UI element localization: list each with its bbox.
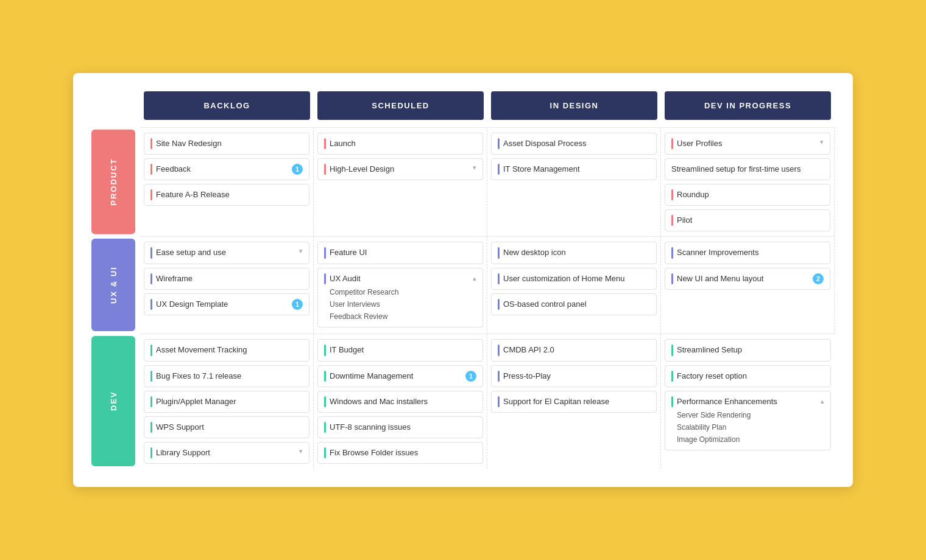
card[interactable]: OS-based control panel [491,293,657,315]
card-text: Downtime Management [330,371,462,382]
card[interactable]: Fix Browse Folder issues [317,442,483,464]
card-accent [324,396,326,407]
card-sub-item: Image Optimization [677,434,751,445]
card-text: Factory reset option [677,371,824,382]
card-accent [324,247,326,258]
col-header-backlog: BACKLOG [144,91,310,120]
card-text: CMDB API 2.0 [503,345,650,355]
card[interactable]: Library Support▾ [144,442,309,464]
card[interactable]: Wireframe [144,268,309,290]
card-accent [671,215,673,226]
card-text: Bug Fixes to 7.1 release [156,371,303,382]
col-header-devinprogress: DEV IN PROGRESS [665,91,831,120]
col-header-indesign: IN DESIGN [491,91,657,120]
card[interactable]: Launch [317,133,483,155]
card-accent [150,345,152,355]
board-container: BACKLOG SCHEDULED IN DESIGN DEV IN PROGR… [73,73,853,488]
card-accent [150,371,152,382]
card-text: New UI and Menu layout [677,273,809,284]
chevron-down-icon: ▾ [473,164,476,172]
card-accent [150,189,152,200]
card[interactable]: CMDB API 2.0 [491,339,657,361]
card[interactable]: IT Budget [317,339,483,361]
card-accent [324,422,326,433]
card[interactable]: Performance Enhancements▴Server Side Ren… [665,391,831,450]
chevron-up-icon: ▴ [821,397,824,405]
row-label-dev: DEV [91,336,135,466]
card-text: Roundup [677,189,824,200]
card[interactable]: New UI and Menu layout2 [665,268,830,290]
col-header-scheduled: SCHEDULED [317,91,484,120]
chevron-down-icon: ▾ [299,447,303,455]
card[interactable]: Roundup [665,184,830,206]
board-grid: BACKLOG SCHEDULED IN DESIGN DEV IN PROGR… [91,91,835,469]
cell-product-indesign: Asset Disposal ProcessIT Store Managemen… [487,127,661,237]
card-text: Scanner Improvements [677,247,824,258]
card[interactable]: Feedback1 [144,158,309,180]
card-accent [671,371,673,382]
card-text: Wireframe [156,273,303,284]
card-text: Ease setup and use [156,247,295,258]
card-accent [150,247,152,258]
cell-dev-scheduled: IT BudgetDowntime Management1Windows and… [314,334,487,469]
card-accent [498,371,500,382]
card[interactable]: High-Level Design▾ [317,158,483,180]
card[interactable]: Press-to-Play [491,365,657,387]
card[interactable]: Pilot [665,209,830,231]
card[interactable]: WPS Support [144,416,309,438]
card[interactable]: Asset Disposal Process [491,133,657,155]
cell-ux-devinprogress: Scanner ImprovementsNew UI and Menu layo… [661,236,835,334]
card[interactable]: IT Store Management [491,158,657,180]
card[interactable]: Bug Fixes to 7.1 release [144,365,309,387]
chevron-down-icon: ▾ [299,247,303,255]
card-text: New desktop icon [503,247,650,258]
card-sub-item: Server Side Rendering [677,410,751,421]
cell-ux-scheduled: Feature UIUX Audit▴Competitor ResearchUs… [314,236,487,334]
chevron-down-icon: ▾ [820,138,824,146]
card[interactable]: Support for El Capitan release [491,391,657,413]
card[interactable]: Factory reset option [665,365,831,387]
card-text: Press-to-Play [503,371,650,382]
card-text: Streamlined setup for first-time users [671,164,824,175]
row-label-ux: UX & UI [91,239,135,331]
card[interactable]: Downtime Management1 [317,365,483,387]
card-sub-item: Scalability Plan [677,422,751,433]
card-text: Asset Disposal Process [503,138,650,149]
card[interactable]: UX Audit▴Competitor ResearchUser Intervi… [317,268,483,327]
cell-product-backlog: Site Nav RedesignFeedback1Feature A-B Re… [140,127,314,237]
card-accent [324,273,326,284]
card[interactable]: Site Nav Redesign [144,133,309,155]
card[interactable]: UTF-8 scanning issues [317,416,483,438]
card[interactable]: Feature UI [317,242,483,264]
card-text: Pilot [677,215,824,226]
cell-dev-indesign: CMDB API 2.0Press-to-PlaySupport for El … [487,334,661,469]
card-accent [324,164,326,175]
card[interactable]: Windows and Mac installers [317,391,483,413]
card-text: Feedback [156,164,288,175]
card-accent [150,396,152,407]
card-text: Asset Movement Tracking [156,345,303,355]
card[interactable]: Feature A-B Release [144,184,309,206]
card[interactable]: New desktop icon [491,242,657,264]
card[interactable]: Plugin/Applet Manager [144,391,309,413]
card-text: OS-based control panel [503,299,650,310]
card-badge: 1 [465,371,476,382]
card[interactable]: Scanner Improvements [665,242,830,264]
card-text: IT Store Management [503,164,650,175]
card-accent [498,138,500,149]
cell-dev-backlog: Asset Movement TrackingBug Fixes to 7.1 … [140,334,314,469]
card-text: User customization of Home Menu [503,273,650,284]
card[interactable]: User customization of Home Menu [491,268,657,290]
card[interactable]: Ease setup and use▾ [144,242,309,264]
row-label-product: PRODUCT [91,130,135,234]
card-text: High-Level Design [330,164,469,175]
card[interactable]: Streamlined setup for first-time users [665,158,830,180]
card[interactable]: Asset Movement Tracking [144,339,309,361]
card[interactable]: UX Design Template1 [144,293,309,315]
card[interactable]: Streamlined Setup [665,339,831,361]
card-text: Performance Enhancements [677,396,817,407]
card-accent [324,447,326,458]
card-accent [671,273,673,284]
card-sub-item: User Interviews [330,299,398,310]
card[interactable]: User Profiles▾ [665,133,830,155]
